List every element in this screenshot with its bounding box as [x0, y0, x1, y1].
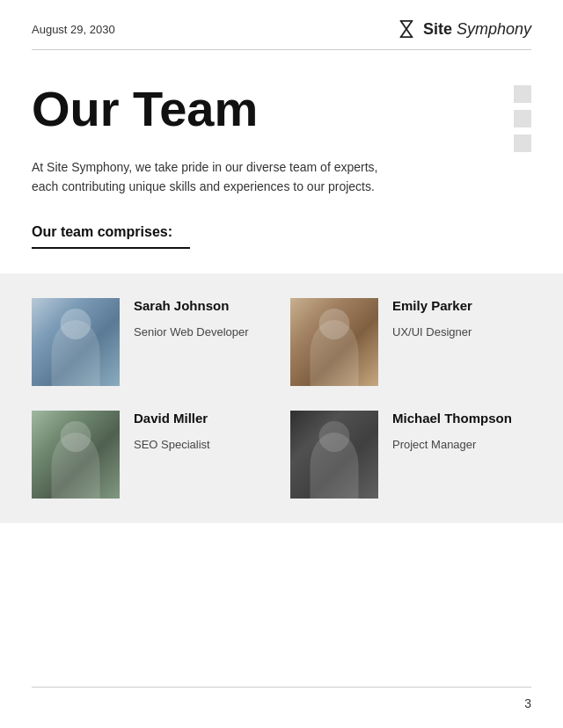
member-name: Michael Thompson [392, 411, 531, 426]
footer-divider [32, 687, 531, 688]
header-date: August 29, 2030 [32, 23, 115, 36]
deco-square-1 [514, 85, 531, 103]
deco-square-2 [514, 110, 531, 127]
member-role: SEO Specialist [134, 436, 273, 454]
hourglass-icon [397, 19, 416, 39]
section-heading: Our team comprises: [32, 224, 531, 240]
member-role: Senior Web Developer [134, 324, 273, 341]
page-number: 3 [32, 696, 531, 710]
member-name: David Miller [134, 411, 273, 426]
logo: Site Symphony [397, 19, 531, 39]
member-role: UX/UI Designer [392, 324, 531, 341]
team-member: Sarah JohnsonSenior Web Developer [32, 298, 273, 386]
member-name: Emily Parker [392, 298, 531, 313]
member-photo [32, 298, 120, 386]
member-info: Sarah JohnsonSenior Web Developer [134, 298, 273, 341]
page-title: Our Team [32, 82, 531, 136]
member-photo [290, 411, 378, 499]
team-grid: Sarah JohnsonSenior Web DeveloperEmily P… [32, 298, 531, 499]
team-member: David MillerSEO Specialist [32, 411, 273, 499]
decorative-squares [514, 85, 531, 152]
member-name: Sarah Johnson [134, 298, 273, 313]
member-info: David MillerSEO Specialist [134, 411, 273, 454]
section-heading-underline [32, 247, 190, 249]
page-header: August 29, 2030 Site Symphony [0, 0, 563, 49]
team-member: Emily ParkerUX/UI Designer [290, 298, 531, 386]
member-role: Project Manager [392, 436, 531, 454]
page-footer: 3 [32, 687, 531, 710]
member-photo [290, 298, 378, 386]
deco-square-3 [514, 135, 531, 152]
member-photo [32, 411, 120, 499]
member-info: Emily ParkerUX/UI Designer [392, 298, 531, 341]
team-member: Michael ThompsonProject Manager [290, 411, 531, 499]
logo-text: Site Symphony [423, 20, 531, 39]
main-content: Our Team At Site Symphony, we take pride… [0, 50, 563, 249]
intro-text: At Site Symphony, we take pride in our d… [32, 157, 401, 197]
team-section: Sarah JohnsonSenior Web DeveloperEmily P… [0, 273, 563, 523]
member-info: Michael ThompsonProject Manager [392, 411, 531, 454]
